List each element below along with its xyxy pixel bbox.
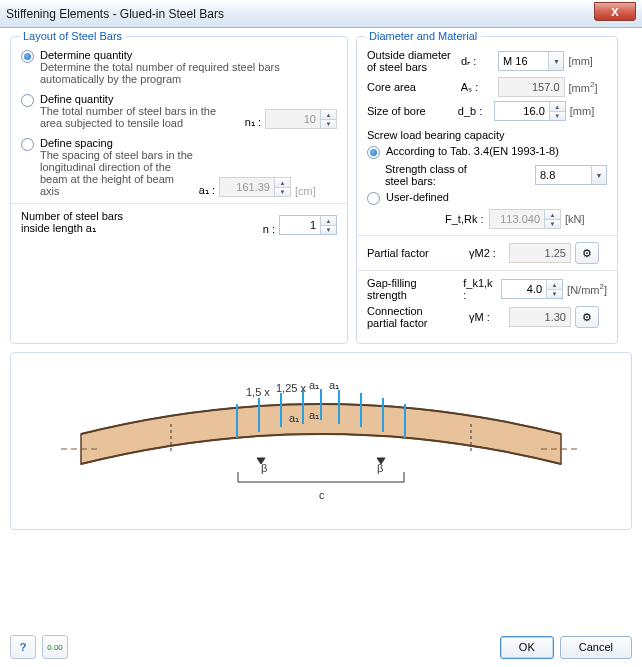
radio-define-spacing[interactable] xyxy=(21,138,34,151)
a1-unit: [cm] xyxy=(295,185,337,197)
svg-text:β: β xyxy=(261,462,267,474)
bore-unit: [mm] xyxy=(570,105,607,117)
radio-define-quantity[interactable] xyxy=(21,94,34,107)
svg-text:c: c xyxy=(319,489,325,501)
opt-define-qty-title: Define quantity xyxy=(40,93,337,105)
a1-symbol: a₁ : xyxy=(199,184,215,197)
chevron-down-icon[interactable]: ▼ xyxy=(548,52,563,70)
help-button[interactable]: ? xyxy=(10,635,36,659)
chevron-down-icon[interactable]: ▼ xyxy=(591,166,606,184)
spin-up-icon: ▲ xyxy=(321,110,336,119)
svg-text:a₁: a₁ xyxy=(329,379,339,391)
gm2-symbol: γM2 : xyxy=(469,247,505,259)
bore-label: Size of bore xyxy=(367,105,454,117)
n1-input: 10 ▲▼ xyxy=(265,109,337,129)
nbars-label-1: Number of steel bars xyxy=(21,210,259,222)
units-icon: 0.00 xyxy=(47,643,63,652)
layout-legend: Layout of Steel Bars xyxy=(19,30,126,42)
opt-define-spacing-desc: The spacing of steel bars in the longitu… xyxy=(40,149,195,197)
close-icon: X xyxy=(611,6,618,18)
fk1k-symbol: f_k1,k : xyxy=(463,277,497,301)
spin-down-icon[interactable]: ▼ xyxy=(547,289,562,298)
bore-input[interactable]: 16.0 ▲▼ xyxy=(494,101,566,121)
spin-up-icon[interactable]: ▲ xyxy=(547,280,562,289)
core-unit: [mm2] xyxy=(569,80,607,94)
ftrk-unit: [kN] xyxy=(565,213,607,225)
partial-factor-value: 1.25 xyxy=(509,243,571,263)
spin-down-icon: ▼ xyxy=(545,219,560,228)
dr-symbol: dᵣ : xyxy=(461,55,494,68)
beam-diagram: 1,5 x 1,25 x a₁ a₁ a₁ a₁ β β c xyxy=(10,352,632,530)
svg-text:1,5 x: 1,5 x xyxy=(246,386,270,398)
svg-text:β: β xyxy=(377,462,383,474)
spin-up-icon: ▲ xyxy=(545,210,560,219)
svg-text:a₁: a₁ xyxy=(309,409,319,421)
spin-up-icon: ▲ xyxy=(275,178,290,187)
help-icon: ? xyxy=(20,641,27,653)
spin-down-icon[interactable]: ▼ xyxy=(550,111,565,120)
cancel-button[interactable]: Cancel xyxy=(560,636,632,659)
gap-unit: [N/mm2] xyxy=(567,282,607,296)
titlebar: Stiffening Elements - Glued-in Steel Bar… xyxy=(0,0,642,28)
as-symbol: Aₛ : xyxy=(461,81,494,94)
dr-combo[interactable]: M 16 ▼ xyxy=(498,51,564,71)
nbars-label-2: inside length a₁ xyxy=(21,222,259,235)
db-symbol: d_b : xyxy=(458,105,490,117)
ok-button[interactable]: OK xyxy=(500,636,554,659)
dr-unit: [mm] xyxy=(568,55,607,67)
spin-up-icon[interactable]: ▲ xyxy=(321,216,336,225)
layout-fieldset: Layout of Steel Bars Determine quantity … xyxy=(10,36,348,344)
core-area-value: 157.0 xyxy=(498,77,565,97)
svg-text:a₁: a₁ xyxy=(289,412,299,424)
close-button[interactable]: X xyxy=(594,2,636,21)
radio-according-tab[interactable] xyxy=(367,146,380,159)
n1-symbol: n₁ : xyxy=(245,116,261,129)
ftrk-symbol: F_t,Rk : xyxy=(445,213,485,225)
a1-input: 161.39 ▲▼ xyxy=(219,177,291,197)
according-label: According to Tab. 3.4(EN 1993-1-8) xyxy=(386,145,607,157)
opt-determine-desc: Determine the total number of required s… xyxy=(40,61,337,85)
opt-determine-title: Determine quantity xyxy=(40,49,337,61)
diameter-legend: Diameter and Material xyxy=(365,30,481,42)
conn-factor-settings-button[interactable]: ⚙ xyxy=(575,306,599,328)
spin-down-icon: ▼ xyxy=(321,119,336,128)
ftrk-input: 113.040 ▲▼ xyxy=(489,209,561,229)
gear-icon: ⚙ xyxy=(582,247,592,260)
gap-strength-input[interactable]: 4.0 ▲▼ xyxy=(501,279,563,299)
n-input[interactable]: 1 ▲▼ xyxy=(279,215,337,235)
dialog-title: Stiffening Elements - Glued-in Steel Bar… xyxy=(6,7,224,21)
radio-user-defined[interactable] xyxy=(367,192,380,205)
radio-determine-quantity[interactable] xyxy=(21,50,34,63)
opt-define-qty-desc: The total number of steel bars in the ar… xyxy=(40,105,241,129)
partial-factor-settings-button[interactable]: ⚙ xyxy=(575,242,599,264)
units-button[interactable]: 0.00 xyxy=(42,635,68,659)
spin-down-icon[interactable]: ▼ xyxy=(321,225,336,234)
user-defined-label: User-defined xyxy=(386,191,607,203)
svg-text:1,25 x: 1,25 x xyxy=(276,382,306,394)
gear-icon: ⚙ xyxy=(582,311,592,324)
partial-factor-label: Partial factor xyxy=(367,247,465,259)
strength-class-combo[interactable]: 8.8 ▼ xyxy=(535,165,607,185)
gm-symbol: γM : xyxy=(469,311,505,323)
opt-define-spacing-title: Define spacing xyxy=(40,137,337,149)
spin-down-icon: ▼ xyxy=(275,187,290,196)
conn-factor-value: 1.30 xyxy=(509,307,571,327)
core-label: Core area xyxy=(367,81,457,93)
n-symbol: n : xyxy=(263,223,275,235)
screw-capacity-label: Screw load bearing capacity xyxy=(367,129,607,141)
svg-text:a₁: a₁ xyxy=(309,379,319,391)
spin-up-icon[interactable]: ▲ xyxy=(550,102,565,111)
diameter-material-fieldset: Diameter and Material Outside diameterof… xyxy=(356,36,618,344)
